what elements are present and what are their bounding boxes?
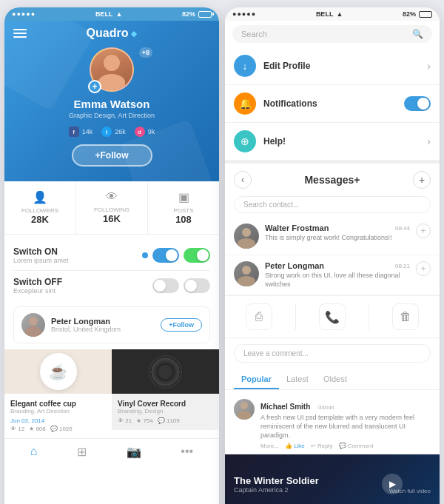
carrier-2: BELL: [316, 10, 334, 18]
menu-help[interactable]: ⊕ Help! ›: [225, 123, 440, 161]
social-stats: f 14k t 26k d 9k: [69, 127, 155, 137]
toggle-on-green[interactable]: [184, 248, 210, 263]
msg-add-0[interactable]: +: [416, 224, 431, 238]
coffee-cup-icon: ☕: [40, 353, 77, 390]
portfolio-title-1: Vinyl Cover Record: [118, 400, 213, 408]
comment-input[interactable]: Leave a comment...: [234, 344, 431, 363]
back-button[interactable]: ‹: [234, 171, 252, 189]
notifications-toggle[interactable]: [404, 96, 431, 111]
share-action[interactable]: ⎙: [246, 303, 272, 330]
posts-stat: ▣ Posts 108: [148, 181, 219, 234]
battery-icon: [198, 11, 212, 18]
facebook-count: 14k: [82, 128, 93, 135]
toggle-row-on: Switch ON Lorem ipsum amet: [13, 241, 210, 271]
posts-icon: ▣: [154, 190, 213, 204]
battery-icon-2: [419, 11, 432, 18]
toggle-off-pill-1[interactable]: [152, 278, 179, 293]
nav-bar: ⌂ ⊞ 📷 •••: [4, 438, 219, 465]
toggle-off-group: [152, 278, 210, 293]
comment-placeholder: Leave a comment...: [243, 349, 309, 357]
comment-like[interactable]: 👍 Like: [285, 443, 305, 449]
portfolio-card-0[interactable]: ☕ Elegant coffee cup Branding, Art Direc…: [4, 349, 112, 438]
contact-search-placeholder: Search contact...: [243, 201, 299, 209]
follow-button[interactable]: +Follow: [72, 144, 152, 167]
battery-pct-2: 82%: [403, 10, 416, 18]
portfolio-views-0: 👁 12: [10, 426, 24, 432]
help-icon-circle: ⊕: [234, 130, 256, 152]
facebook-icon: f: [69, 127, 79, 137]
toggle-off-knob-1: [154, 280, 166, 292]
messages-header: ‹ Messages+ +: [225, 164, 440, 196]
hamburger-menu[interactable]: [13, 29, 27, 38]
toggle-on-title: Switch ON: [13, 246, 69, 257]
add-message-button[interactable]: +: [413, 171, 431, 189]
nav-menu-icon[interactable]: •••: [181, 445, 193, 459]
comment-more[interactable]: More...: [260, 443, 279, 449]
following-value: 16K: [82, 213, 141, 224]
twitter-stat: t 26k: [101, 127, 126, 137]
msg-name-1: Peter Longman: [265, 261, 324, 270]
twitter-icon: t: [101, 127, 112, 137]
message-item-1[interactable]: Peter Longman 08:21 Strong work on this …: [225, 255, 440, 295]
portfolio-category-1: Branding, Design: [118, 408, 213, 414]
help-icon: ⊕: [240, 135, 249, 147]
wifi-icon: ▲: [115, 10, 122, 18]
search-bar[interactable]: Search 🔍: [232, 25, 432, 43]
diamond-icon: ◆: [131, 30, 137, 38]
contact-search[interactable]: Search contact...: [234, 196, 431, 213]
action-divider-2: [369, 303, 369, 330]
notifications-toggle-knob: [417, 98, 429, 110]
msg-content-0: Walter Frostman 08:44 This is simply gre…: [265, 224, 410, 243]
bell-icon: 🔔: [239, 98, 252, 110]
toggle-off-knob-2: [185, 280, 197, 292]
msg-add-1[interactable]: +: [416, 261, 431, 276]
menu-notifications[interactable]: 🔔 Notifications: [225, 85, 440, 123]
nav-grid-icon[interactable]: ⊞: [77, 445, 87, 459]
hamburger-line-3: [13, 36, 27, 38]
msg-avatar-1: [234, 261, 259, 286]
search-placeholder: Search: [241, 30, 408, 38]
phone-messages: ●●●●● BELL ▲ 82% Search 🔍 ↓ Edit Profile: [225, 7, 440, 504]
nav-home-icon[interactable]: ⌂: [30, 445, 38, 459]
portfolio-likes-1: ★ 754: [136, 417, 153, 424]
battery-pct: 82%: [182, 10, 195, 18]
portfolio-comments-1: 💬 1109: [158, 417, 180, 424]
twitter-count: 26k: [115, 128, 126, 135]
toggle-on-text: Switch ON Lorem ipsum amet: [13, 246, 69, 264]
header-top: Quadro ◆: [13, 27, 210, 40]
tab-latest[interactable]: Latest: [279, 369, 316, 389]
toggle-off-title: Switch OFF: [13, 277, 62, 287]
portfolio-card-1[interactable]: Vinyl Cover Record Branding, Design 👁 21…: [112, 349, 219, 438]
posts-label: Posts: [154, 207, 213, 214]
portfolio-image-1: [112, 349, 219, 394]
menu-edit-profile[interactable]: ↓ Edit Profile ›: [225, 47, 440, 85]
toggle-on-dot: [142, 252, 148, 258]
toggle-off-pill-2[interactable]: [184, 278, 210, 293]
call-action[interactable]: 📞: [319, 303, 346, 330]
followers-label: Followers: [10, 207, 70, 214]
comment-item-0: Michael Smith ·34min A fresh new UI psd …: [225, 394, 440, 454]
vinyl-record-icon: [149, 355, 182, 389]
comment-avatar-0: [234, 399, 255, 420]
add-button[interactable]: +: [88, 80, 101, 93]
comment-reply[interactable]: ↩ Reply: [311, 443, 333, 449]
portfolio-likes-0: ★ 608: [29, 426, 46, 432]
toggle-on-knob: [166, 249, 178, 261]
watch-full-video-link[interactable]: Watch full video: [389, 488, 431, 494]
tab-oldest[interactable]: Oldest: [316, 369, 354, 389]
comment-comment[interactable]: 💬 Comment: [339, 443, 374, 449]
dribbble-count: 9k: [148, 128, 155, 135]
nav-camera-icon[interactable]: 📷: [127, 445, 141, 459]
message-item-0[interactable]: Walter Frostman 08:44 This is simply gre…: [225, 218, 440, 255]
follow-sm-button[interactable]: +Follow: [161, 318, 202, 332]
edit-profile-arrow: ›: [427, 60, 431, 72]
tab-popular[interactable]: Popular: [234, 369, 279, 389]
hamburger-line-2: [13, 33, 27, 34]
notifications-icon-circle: 🔔: [234, 93, 256, 115]
stats-row: 👤 Followers 28K 👁 Following 16K ▣ Posts …: [4, 181, 219, 235]
toggle-on-pill[interactable]: [152, 248, 179, 263]
portfolio-image-0: ☕: [4, 349, 112, 394]
delete-action[interactable]: 🗑: [392, 303, 419, 330]
msg-time-0: 08:44: [395, 225, 410, 232]
follow-card: Peter Longman Bristol, United Kingdom +F…: [13, 306, 210, 343]
